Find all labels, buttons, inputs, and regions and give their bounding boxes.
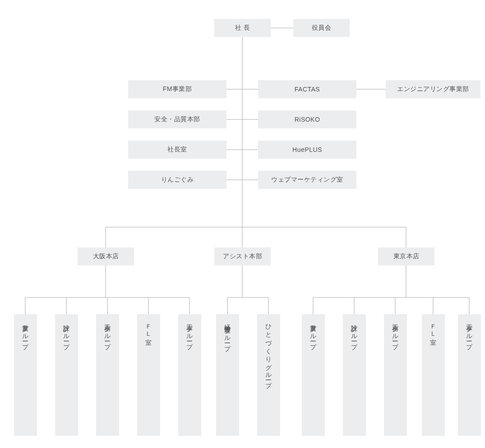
node-assist-honbu: アシスト本部 [214, 247, 271, 265]
osaka-group-koumu: 工務グループ [96, 314, 119, 436]
node-safety-quality-hq: 安全・品質本部 [128, 110, 226, 128]
node-president-office: 社長室 [128, 141, 226, 159]
assist-group-hitozukuri: ひとづくりグループ [257, 314, 280, 436]
node-engineering-division: エンジニアリング事業部 [386, 80, 480, 98]
osaka-group-sales: 営業グループ [14, 314, 37, 436]
node-fm-division: FM事業部 [128, 80, 226, 98]
tokyo-group-sales: 営業グループ [302, 314, 325, 436]
org-chart: 社 長 役員会 FM事業部 FACTAS エンジニアリング事業部 安全・品質本部… [0, 0, 485, 448]
node-hueplus: HuePLUS [258, 141, 356, 159]
assist-group-management: 経営管理グループ [216, 314, 239, 436]
tokyo-group-fl-room: ＦＬ室 [422, 314, 445, 436]
osaka-group-design: 設計グループ [55, 314, 78, 436]
node-ringogumi: りんごぐみ [128, 171, 226, 189]
osaka-group-fl-room: ＦＬ室 [137, 314, 160, 436]
node-board: 役員会 [293, 19, 350, 37]
node-osaka-honten: 大阪本店 [78, 247, 134, 265]
tokyo-group-koumu: 工務グループ [384, 314, 407, 436]
node-tokyo-honten: 東京本店 [378, 247, 434, 265]
node-factas: FACTAS [258, 80, 356, 98]
osaka-group-kouji: 工事グループ [178, 314, 201, 436]
tokyo-group-design: 設計グループ [343, 314, 366, 436]
node-web-marketing-office: ウェブマーケティング室 [258, 171, 356, 189]
node-president: 社 長 [214, 19, 271, 37]
node-risoko: RiSOKO [258, 110, 356, 128]
tokyo-group-kouji: 工事グループ [458, 314, 481, 436]
